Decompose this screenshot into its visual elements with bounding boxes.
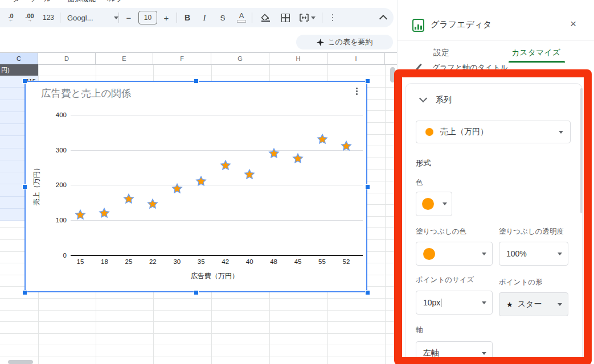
decrease-decimal-arrow-icon: ← (9, 19, 13, 22)
x-axis-tick-label: 52 (338, 258, 355, 265)
selection-handle[interactable] (365, 78, 370, 84)
font-size-value: 10 (138, 11, 157, 24)
selection-handle[interactable] (22, 78, 27, 84)
column-header-I[interactable]: I (327, 53, 385, 64)
more-options-button[interactable] (326, 8, 339, 27)
data-point-star[interactable] (316, 133, 329, 146)
data-point-star[interactable] (268, 147, 280, 160)
selection-handle[interactable] (365, 290, 370, 295)
toolbar-divider (118, 13, 119, 23)
font-family-value: Googl... (67, 14, 93, 22)
toolbar-divider (252, 13, 252, 23)
increase-font-size-button[interactable]: + (160, 8, 173, 27)
x-axis-title: 広告費（万円） (191, 271, 239, 281)
merge-cells-icon (300, 14, 309, 22)
column-header-E[interactable]: E (96, 53, 153, 64)
menu-item-extensions[interactable]: 拡張機能 (67, 0, 96, 4)
merge-cells-button[interactable] (297, 8, 311, 27)
y-gridline (71, 115, 363, 115)
text-color-button[interactable]: A (235, 8, 248, 27)
data-point-star[interactable] (195, 175, 207, 188)
paint-bucket-icon (261, 14, 269, 20)
toolbar: .0← .00→ 123 Googl... − 10 + B I S A (0, 8, 394, 27)
italic-button[interactable]: I (198, 8, 211, 27)
y-axis-title: 売上（万円） (32, 164, 42, 205)
borders-button[interactable] (278, 8, 292, 27)
tab-customize[interactable]: カスタマイズ (511, 48, 560, 58)
y-gridline (71, 220, 363, 221)
column-header-F[interactable]: F (153, 53, 211, 64)
y-gridline (71, 150, 363, 151)
cell-c-header[interactable]: 円) (0, 64, 38, 76)
x-axis-tick-label: 45 (289, 258, 306, 265)
chevron-down-icon (311, 16, 316, 19)
increase-decimal-arrow-icon: → (27, 19, 32, 22)
tab-setup[interactable]: 設定 (433, 48, 449, 58)
panel-title: グラフエディタ (431, 19, 491, 30)
data-point-star[interactable] (98, 207, 110, 220)
y-axis-tick-label: 100 (47, 217, 67, 224)
menu-fragment[interactable]: タ (13, 0, 20, 4)
y-axis-tick-label: 200 (47, 181, 67, 188)
toolbar-divider (60, 13, 60, 23)
menu-item-help[interactable]: ヘルプ (101, 0, 123, 4)
column-header-D[interactable]: D (38, 53, 96, 64)
x-axis-tick-label: 22 (144, 258, 161, 265)
x-axis-tick-label: 30 (169, 258, 186, 265)
strikethrough-button[interactable]: S (215, 8, 230, 27)
selection-handle[interactable] (22, 290, 27, 295)
x-axis-tick-label: 18 (96, 258, 113, 265)
column-header-H[interactable]: H (269, 53, 327, 64)
column-header-C[interactable]: C (0, 53, 38, 64)
y-axis-tick-label: 400 (47, 111, 67, 118)
selection-handle[interactable] (194, 78, 199, 84)
data-point-star[interactable] (122, 193, 135, 205)
data-point-star[interactable] (146, 198, 159, 210)
chart-menu-button[interactable] (356, 88, 358, 95)
borders-icon (281, 14, 290, 22)
decrease-font-size-button[interactable]: − (122, 8, 135, 27)
x-axis-tick-label: 55 (314, 258, 331, 265)
x-axis-tick-label: 35 (192, 258, 210, 265)
active-tab-underline (509, 61, 565, 63)
selection-handle[interactable] (194, 290, 199, 295)
merge-cells-dropdown[interactable] (310, 8, 317, 27)
data-point-star[interactable] (292, 152, 304, 165)
x-axis-tick-label: 15 (72, 258, 89, 265)
selection-handle[interactable] (365, 184, 370, 189)
chart-editor-icon (412, 19, 424, 32)
data-point-star[interactable] (219, 159, 232, 172)
increase-decimal-button[interactable]: .00→ (21, 8, 39, 27)
kebab-icon (356, 88, 358, 95)
chevron-down-icon (114, 16, 118, 19)
annotation-highlight-box (394, 69, 592, 364)
summarize-table-label: この表を要約 (328, 37, 373, 47)
summarize-table-button[interactable]: この表を要約 (296, 35, 393, 49)
fill-color-button[interactable] (259, 8, 272, 27)
data-point-star[interactable] (243, 168, 256, 181)
font-size-input[interactable]: 10 (138, 8, 157, 27)
sheet-horizontal-scrollbar[interactable] (8, 360, 33, 364)
sheet-gridline (385, 64, 386, 364)
fill-color-bar (261, 20, 270, 22)
decrease-decimal-button[interactable]: .0← (2, 8, 19, 27)
chart-title: 広告費と売上の関係 (41, 86, 131, 100)
selection-handle[interactable] (22, 184, 27, 189)
toolbar-divider (322, 13, 322, 23)
x-axis-tick-label: 40 (241, 258, 258, 265)
panel-divider (398, 40, 594, 40)
menu-item-tools[interactable]: ツール (30, 0, 51, 4)
column-header-G[interactable]: G (211, 53, 269, 64)
app-window: タ ツール 拡張機能 ヘルプ .0← .00→ 123 Googl... − 1… (0, 0, 594, 364)
x-axis-line (71, 255, 363, 256)
close-icon[interactable]: × (570, 18, 576, 30)
number-format-button[interactable]: 123 (40, 8, 57, 27)
bold-button[interactable]: B (181, 8, 194, 27)
data-point-star[interactable] (340, 140, 353, 152)
font-family-dropdown[interactable]: Googl... (64, 8, 122, 27)
data-point-star[interactable] (74, 209, 87, 221)
embedded-chart[interactable]: 広告費と売上の関係 売上（万円） 広告費（万円） 400300200100015… (24, 81, 367, 292)
text-color-bar (237, 20, 246, 23)
data-point-star[interactable] (171, 183, 183, 195)
collapse-toolbar-button[interactable] (376, 8, 390, 27)
